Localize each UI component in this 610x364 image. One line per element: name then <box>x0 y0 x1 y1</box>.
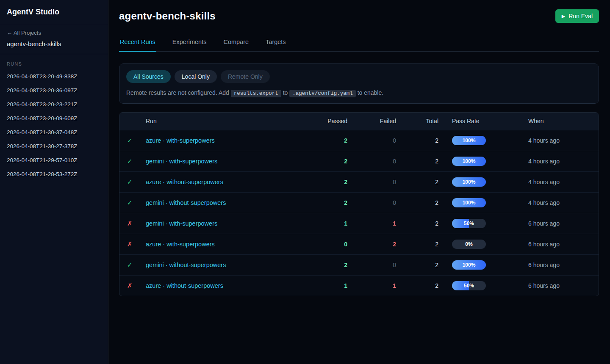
total-count: 2 <box>404 171 446 192</box>
passed-count: 1 <box>308 213 355 234</box>
app-root: AgentV Studio ← All Projects agentv-benc… <box>0 0 610 364</box>
pass-icon: ✓ <box>127 199 133 206</box>
passed-count: 1 <box>308 275 355 296</box>
table-body: ✓azure · with-superpowers202100%4 hours … <box>119 130 599 296</box>
fail-icon: ✗ <box>127 220 133 227</box>
failed-count: 0 <box>355 192 404 213</box>
remote-note-text: to enable. <box>358 89 384 96</box>
pass-rate-label: 100% <box>452 177 486 187</box>
pass-rate-pill: 50% <box>452 281 486 290</box>
run-link[interactable]: azure · without-superpowers <box>146 282 223 289</box>
pass-rate-pill: 100% <box>452 198 486 207</box>
passed-count: 2 <box>308 254 355 275</box>
pass-rate-pill: 0% <box>452 240 486 249</box>
pass-icon: ✓ <box>127 178 133 185</box>
run-eval-button[interactable]: ▶ Run Eval <box>555 9 599 23</box>
sidebar-runs-list: 2026-04-08T23-20-49-838Z2026-04-08T23-20… <box>0 69 108 181</box>
run-link[interactable]: azure · with-superpowers <box>146 137 215 144</box>
run-link[interactable]: gemini · with-superpowers <box>146 220 217 227</box>
failed-count: 2 <box>355 234 404 254</box>
table-row[interactable]: ✓gemini · with-superpowers202100%4 hours… <box>119 151 599 171</box>
sidebar-project-section: ← All Projects agentv-bench-skills <box>0 24 108 54</box>
pass-rate-label: 50% <box>452 219 486 228</box>
code-chip-results-export: results.export <box>231 90 281 97</box>
page-title: agentv-bench-skills <box>119 10 216 22</box>
tab-recent-runs[interactable]: Recent Runs <box>119 34 156 52</box>
column-header-total: Total <box>404 113 446 130</box>
pass-rate-pill: 100% <box>452 177 486 187</box>
source-filter-card: All SourcesLocal OnlyRemote Only Remote … <box>119 63 599 104</box>
table-row[interactable]: ✓gemini · without-superpowers202100%4 ho… <box>119 192 599 213</box>
remote-note-text: Remote results are not configured. Add <box>126 89 229 96</box>
pass-rate-label: 100% <box>452 260 486 270</box>
table-header-row: RunPassedFailedTotalPass RateWhen <box>119 113 599 130</box>
main-header: agentv-bench-skills ▶ Run Eval <box>119 9 599 23</box>
total-count: 2 <box>404 275 446 296</box>
passed-count: 2 <box>308 171 355 192</box>
pass-rate-label: 50% <box>452 281 486 290</box>
pass-icon: ✓ <box>127 157 133 165</box>
run-link[interactable]: azure · with-superpowers <box>146 241 215 248</box>
pass-rate-label: 100% <box>452 157 486 166</box>
sidebar-run-item[interactable]: 2026-04-08T21-29-57-010Z <box>0 153 108 167</box>
fail-icon: ✗ <box>127 240 133 248</box>
pass-rate-pill: 50% <box>452 219 486 228</box>
pill-all-sources[interactable]: All Sources <box>126 70 171 83</box>
pass-rate-label: 100% <box>452 198 486 207</box>
column-header-run: Run <box>140 113 308 130</box>
sidebar: AgentV Studio ← All Projects agentv-benc… <box>0 0 108 364</box>
all-projects-link[interactable]: ← All Projects <box>7 30 101 36</box>
total-count: 2 <box>404 151 446 171</box>
pass-rate-label: 100% <box>452 136 486 145</box>
column-header-when: When <box>527 113 599 130</box>
column-header-pass-rate: Pass Rate <box>446 113 527 130</box>
tab-experiments[interactable]: Experiments <box>172 34 208 51</box>
pass-rate-pill: 100% <box>452 136 486 145</box>
sidebar-run-item[interactable]: 2026-04-08T23-20-09-609Z <box>0 111 108 125</box>
when-value: 4 hours ago <box>527 171 599 192</box>
sidebar-run-item[interactable]: 2026-04-08T23-20-23-221Z <box>0 97 108 111</box>
passed-count: 2 <box>308 130 355 151</box>
run-eval-label: Run Eval <box>568 13 593 19</box>
pill-local-only[interactable]: Local Only <box>175 70 217 83</box>
pass-rate-label: 0% <box>452 240 486 249</box>
run-link[interactable]: gemini · without-superpowers <box>146 199 226 206</box>
table-row[interactable]: ✓azure · with-superpowers202100%4 hours … <box>119 130 599 151</box>
tab-targets[interactable]: Targets <box>265 34 287 51</box>
run-link[interactable]: azure · without-superpowers <box>146 179 223 185</box>
sidebar-project-name: agentv-bench-skills <box>7 40 101 47</box>
table-row[interactable]: ✗azure · without-superpowers11250%6 hour… <box>119 275 599 296</box>
main-content: agentv-bench-skills ▶ Run Eval Recent Ru… <box>108 0 610 364</box>
pill-remote-only[interactable]: Remote Only <box>221 70 270 83</box>
tab-compare[interactable]: Compare <box>222 34 250 51</box>
run-link[interactable]: gemini · with-superpowers <box>146 158 217 165</box>
pass-rate-pill: 100% <box>452 157 486 166</box>
failed-count: 0 <box>355 130 404 151</box>
pass-icon: ✓ <box>127 261 133 268</box>
when-value: 6 hours ago <box>527 213 599 234</box>
table-row[interactable]: ✓gemini · without-superpowers202100%6 ho… <box>119 254 599 275</box>
total-count: 2 <box>404 192 446 213</box>
table-row[interactable]: ✗azure · with-superpowers0220%6 hours ag… <box>119 234 599 254</box>
table-row[interactable]: ✗gemini · with-superpowers11250%6 hours … <box>119 213 599 234</box>
tabs: Recent RunsExperimentsCompareTargets <box>119 34 599 52</box>
when-value: 4 hours ago <box>527 130 599 151</box>
runs-table: RunPassedFailedTotalPass RateWhen ✓azure… <box>119 112 599 296</box>
passed-count: 0 <box>308 234 355 254</box>
sidebar-run-item[interactable]: 2026-04-08T21-30-27-378Z <box>0 139 108 153</box>
remote-note-text: to <box>283 89 288 96</box>
failed-count: 1 <box>355 213 404 234</box>
when-value: 6 hours ago <box>527 254 599 275</box>
runs-section-label: RUNS <box>0 54 108 69</box>
sidebar-run-item[interactable]: 2026-04-08T21-28-53-272Z <box>0 167 108 181</box>
failed-count: 0 <box>355 254 404 275</box>
run-link[interactable]: gemini · without-superpowers <box>146 262 226 268</box>
table-row[interactable]: ✓azure · without-superpowers202100%4 hou… <box>119 171 599 192</box>
when-value: 6 hours ago <box>527 234 599 254</box>
pass-icon: ✓ <box>127 137 133 144</box>
sidebar-run-item[interactable]: 2026-04-08T23-20-49-838Z <box>0 69 108 83</box>
pass-rate-pill: 100% <box>452 260 486 270</box>
sidebar-run-item[interactable]: 2026-04-08T21-30-37-048Z <box>0 125 108 139</box>
sidebar-run-item[interactable]: 2026-04-08T23-20-36-097Z <box>0 83 108 97</box>
fail-icon: ✗ <box>127 282 133 289</box>
